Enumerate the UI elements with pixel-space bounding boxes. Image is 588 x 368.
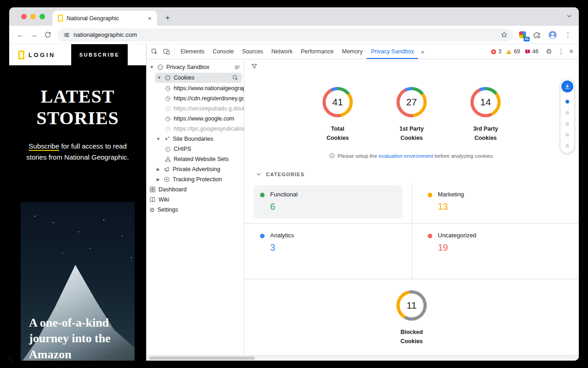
- site-controls-icon: [63, 32, 70, 38]
- download-icon: [564, 83, 571, 90]
- section-dot[interactable]: [565, 122, 569, 126]
- devtools-settings-icon[interactable]: ⚙: [543, 47, 554, 56]
- tab-search-chevron-icon[interactable]: [566, 13, 572, 19]
- category-functional[interactable]: Functional 6: [244, 183, 412, 223]
- filter-icon[interactable]: [251, 63, 258, 70]
- chevron-down-icon: [256, 172, 261, 177]
- subscribe-button[interactable]: SUBSCRIBE: [71, 44, 128, 65]
- devtools-menu-button[interactable]: ⋮: [555, 47, 567, 56]
- element-picker-icon[interactable]: [232, 75, 238, 81]
- tree-item-related-website-sets[interactable]: Related Website Sets: [147, 154, 244, 164]
- browser-menu-button[interactable]: ⋮: [562, 31, 574, 39]
- subscribe-link[interactable]: Subscribe: [28, 142, 59, 150]
- privacy-sandbox-icon: [157, 64, 164, 70]
- evaluation-environment-link[interactable]: evaluation environment: [379, 153, 433, 159]
- category-dot: [260, 234, 265, 238]
- toolbar-right-icons: 41 ⋮: [517, 29, 574, 41]
- donut-first-party-cookies: 27 1st Party Cookies: [388, 87, 435, 143]
- profile-avatar[interactable]: [546, 29, 559, 41]
- categories-section-header[interactable]: CATEGORIES: [244, 172, 579, 177]
- error-counter[interactable]: 3: [491, 48, 502, 55]
- donut-total-cookies: 41 Total Cookies: [314, 87, 362, 143]
- new-tab-button[interactable]: +: [162, 12, 174, 24]
- site-header: LOGIN SUBSCRIBE: [9, 44, 146, 65]
- section-dot[interactable]: [565, 144, 569, 148]
- info-icon: [329, 153, 335, 159]
- browser-tab[interactable]: National Geographic ×: [52, 11, 157, 26]
- tab-elements[interactable]: Elements: [176, 44, 209, 59]
- privacy-sandbox-extension-button[interactable]: 41: [517, 29, 528, 40]
- maximize-window-button[interactable]: [40, 14, 45, 19]
- tab-performance[interactable]: Performance: [297, 44, 338, 59]
- horizontal-scrollbar[interactable]: [147, 355, 579, 361]
- grid-icon: [149, 186, 156, 193]
- natgeo-logo-icon[interactable]: [18, 51, 24, 59]
- collapse-arrow-icon[interactable]: ▶: [156, 167, 161, 172]
- close-window-button[interactable]: [21, 14, 27, 19]
- tree-item-url[interactable]: https://cdn.registerdisney.go.com: [147, 93, 244, 104]
- more-tabs-button[interactable]: »: [418, 48, 427, 55]
- category-marketing[interactable]: Marketing 13: [412, 183, 579, 223]
- collapse-all-icon[interactable]: [234, 64, 240, 70]
- tab-privacy-sandbox[interactable]: Privacy Sandbox: [367, 44, 418, 59]
- reload-button[interactable]: [41, 29, 54, 41]
- scrollbar-thumb[interactable]: [149, 356, 255, 360]
- cookie-icon: [164, 75, 171, 81]
- extensions-puzzle-button[interactable]: [531, 29, 543, 41]
- devtools-close-button[interactable]: ×: [567, 47, 577, 56]
- tree-item-site-boundaries[interactable]: ▼ Site Boundaries: [147, 134, 244, 144]
- site-hero: LATEST STORIES Subscribe for full access…: [9, 65, 146, 361]
- tab-sources[interactable]: Sources: [238, 44, 267, 59]
- hero-photo[interactable]: A one-of-a-kind journey into the Amazon: [21, 202, 135, 361]
- donut-third-party-cookies: 14 3rd Party Cookies: [462, 87, 509, 143]
- panel-toolbar: [244, 59, 579, 71]
- tree-item-dashboard[interactable]: Dashboard: [147, 184, 244, 195]
- tab-title: National Geographic: [67, 15, 142, 22]
- url-text[interactable]: nationalgeographic.com: [74, 31, 497, 38]
- forward-button[interactable]: →: [28, 29, 40, 41]
- expand-arrow-icon[interactable]: ▼: [149, 65, 154, 69]
- minimize-window-button[interactable]: [30, 14, 36, 19]
- bookmark-star-icon[interactable]: [501, 31, 508, 38]
- category-uncategorized[interactable]: Uncategorized 19: [412, 223, 579, 279]
- expand-arrow-icon[interactable]: ▼: [157, 75, 162, 80]
- tree-item-privacy-sandbox[interactable]: ▼ Privacy Sandbox: [147, 62, 244, 72]
- devtools-tabbar: Elements Console Sources Network Perform…: [147, 44, 579, 59]
- tree-item-tracking-protection[interactable]: ▶ Tracking Protection: [147, 174, 244, 184]
- section-dot[interactable]: [565, 100, 569, 104]
- tree-item-url[interactable]: https://tpc.googlesyndication.com: [147, 124, 244, 134]
- category-analytics[interactable]: Analytics 3: [244, 223, 412, 279]
- tree-item-chips[interactable]: CHIPS: [147, 144, 244, 154]
- inspect-element-icon[interactable]: [148, 46, 160, 58]
- back-button[interactable]: ←: [14, 29, 27, 41]
- issues-icon: [525, 49, 531, 55]
- tree-item-url[interactable]: https://securepubads.g.doubleclick.net: [147, 104, 244, 114]
- tab-close-icon[interactable]: ×: [146, 14, 153, 23]
- tree-item-url[interactable]: https://www.nationalgeographic.com: [147, 83, 244, 93]
- login-link[interactable]: LOGIN: [28, 52, 56, 58]
- tree-item-private-advertising[interactable]: ▶ Private Advertising: [147, 164, 244, 174]
- error-icon: [491, 49, 497, 55]
- issues-counter[interactable]: 46: [525, 48, 538, 55]
- tab-console[interactable]: Console: [209, 44, 238, 59]
- tree-item-url[interactable]: https://www.google.com: [147, 114, 244, 124]
- device-toolbar-icon[interactable]: [160, 46, 172, 58]
- tree-item-cookies[interactable]: ▼ Cookies: [155, 73, 242, 83]
- gear-icon: ⚙: [149, 207, 155, 213]
- collapse-arrow-icon[interactable]: ▶: [156, 177, 161, 182]
- warning-counter[interactable]: 69: [506, 48, 520, 55]
- tab-memory[interactable]: Memory: [338, 44, 367, 59]
- sparkle-icon: [164, 136, 170, 142]
- section-dot[interactable]: [565, 111, 569, 115]
- section-navigator: [560, 80, 574, 153]
- tab-network[interactable]: Network: [267, 44, 297, 59]
- tree-item-settings[interactable]: ⚙ Settings: [147, 205, 244, 215]
- devtools-body: ▼ Privacy Sandbox ▼: [147, 59, 579, 355]
- expand-arrow-icon[interactable]: ▼: [156, 137, 161, 141]
- address-bar[interactable]: nationalgeographic.com: [58, 29, 513, 41]
- clock-icon: [165, 116, 171, 122]
- categories-title: CATEGORIES: [266, 172, 305, 177]
- tree-item-wiki[interactable]: Wiki: [147, 195, 244, 205]
- download-report-button[interactable]: [561, 80, 573, 92]
- section-dot[interactable]: [565, 133, 569, 137]
